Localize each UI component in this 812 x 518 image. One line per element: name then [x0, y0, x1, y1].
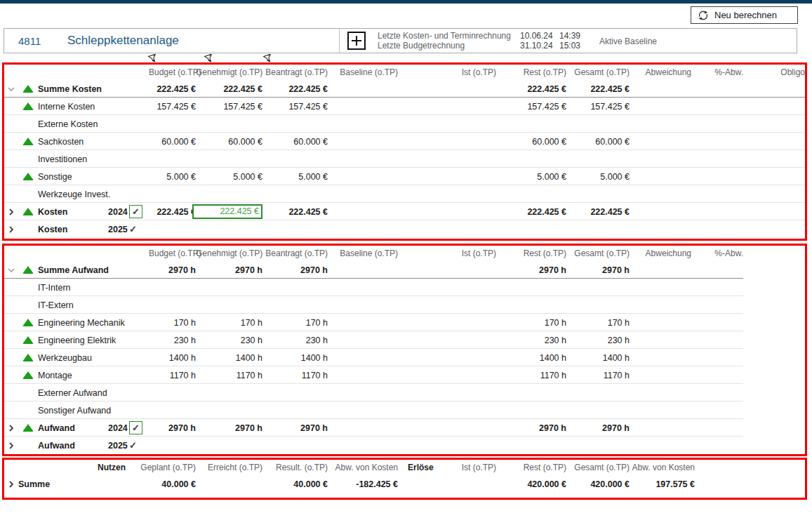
checkbox-cell: ✓: [129, 421, 149, 434]
cell-value: 222.425 €: [496, 207, 566, 217]
table-row: Sonstige5.000 €5.000 €5.000 €5.000 €5.00…: [4, 168, 805, 185]
table-row: Werkzeugbau1400 h1400 h1400 h1400 h1400 …: [4, 349, 805, 366]
cell-value: 40.000 €: [262, 479, 328, 489]
editable-approved-cell[interactable]: 222.425 €: [192, 204, 262, 219]
row-year: 2025: [108, 225, 129, 234]
last-cost-calc-time: 14:39: [559, 31, 589, 41]
active-baseline-label: Aktive Baseline: [599, 36, 657, 46]
table-row: Montage1170 h1170 h1170 h1170 h1170 h: [4, 366, 805, 384]
row-label-area: Externe Kosten: [38, 119, 149, 129]
expand-row-control[interactable]: [4, 208, 18, 215]
project-title: Schleppkettenanlage: [67, 34, 179, 48]
cell-value: 5.000 €: [149, 172, 196, 182]
cell-value: 2970 h: [196, 423, 262, 433]
recalculate-button[interactable]: Neu berechnen: [691, 6, 798, 24]
row-year: 2025: [108, 441, 129, 451]
column-header: Genehmigt (o.TP): [196, 248, 262, 258]
cell-value: 222.425 €: [566, 84, 630, 94]
cell-value: 1170 h: [262, 371, 328, 380]
header-divider: [339, 29, 340, 53]
trend-up-icon: [18, 319, 38, 326]
trend-up-triangle: [22, 102, 34, 110]
cell-value: 5.000 €: [262, 172, 328, 182]
row-label-area: Summe Aufwand: [38, 265, 149, 275]
year-checkbox[interactable]: ✓: [129, 421, 142, 434]
table-row: Externer Aufwand: [4, 384, 805, 401]
chevron-down-icon: [8, 267, 15, 273]
row-label: Aufwand: [38, 423, 108, 433]
cell-value: 420.000 €: [566, 479, 630, 489]
column-header: Gesamt (o.TP): [566, 67, 630, 77]
collapse-row-control[interactable]: [4, 267, 18, 273]
cell-value: 170 h: [196, 318, 262, 328]
row-label: Externe Kosten: [38, 119, 129, 129]
row-label: Sonstige: [38, 172, 129, 182]
table-row: IT-Extern: [4, 296, 805, 314]
table-row: Interne Kosten157.425 €157.425 €157.425 …: [4, 98, 805, 115]
chevron-down-icon: [8, 86, 15, 92]
row-year: 2024: [108, 207, 129, 217]
column-header: Budget (o.TP): [149, 67, 196, 77]
year-checkbox[interactable]: ✓: [129, 205, 142, 218]
cell-value: 60.000 €: [566, 137, 630, 147]
cell-value: 1400 h: [149, 353, 196, 363]
table-row: IT-Intern: [4, 279, 805, 296]
trend-up-triangle: [22, 319, 34, 326]
add-button[interactable]: [347, 32, 366, 50]
cell-value: 420.000 €: [496, 479, 566, 489]
cell-value: 2970 h: [196, 265, 262, 275]
collapse-row-control[interactable]: [4, 86, 18, 92]
expand-row-control[interactable]: [4, 442, 18, 449]
trend-up-triangle: [22, 371, 34, 379]
cell-value: 222.425 €: [566, 207, 630, 217]
cell-value: -182.425 €: [328, 479, 398, 489]
column-header: Abweichung: [630, 67, 691, 77]
cell-value: 1170 h: [149, 371, 196, 380]
cell-value: 2970 h: [496, 265, 566, 275]
checkbox-cell: ✓: [129, 224, 149, 234]
row-label: Montage: [38, 371, 129, 380]
row-label-area: Werkzeuge Invest.: [38, 190, 149, 199]
cell-value: 5.000 €: [196, 172, 262, 182]
row-label: Kosten: [38, 225, 108, 234]
expand-row-control[interactable]: [4, 425, 18, 432]
cell-value: 222.425 €: [496, 84, 566, 94]
cell-value: 60.000 €: [149, 137, 196, 147]
last-budget-calc-label: Letzte Budgetrechnung: [378, 41, 520, 51]
cell-value: 5.000 €: [496, 172, 566, 182]
column-header: Abweichung: [630, 248, 691, 258]
cell-value: 40.000 €: [126, 479, 196, 489]
table-row: Engineering Elektrik230 h230 h230 h230 h…: [4, 331, 805, 349]
expand-row-control[interactable]: [4, 481, 18, 488]
cell-value: 222.425 €: [196, 204, 262, 219]
cell-value: 2970 h: [149, 265, 196, 275]
cell-value: 230 h: [566, 336, 630, 345]
benefit-table: NutzenGeplant (o.TP)Erreicht (o.TP)Resul…: [2, 458, 807, 500]
column-header: Erreicht (o.TP): [196, 463, 262, 472]
expand-row-control[interactable]: [4, 226, 18, 233]
column-header: %-Abw.: [691, 67, 743, 77]
row-label: IT-Intern: [38, 283, 129, 293]
cell-value: 157.425 €: [566, 102, 630, 112]
row-label-area: IT-Extern: [38, 300, 149, 310]
cell-value: 222.425 €: [262, 207, 328, 217]
cell-value: 230 h: [262, 336, 328, 345]
trend-up-icon: [18, 173, 38, 180]
trend-up-icon: [18, 266, 38, 274]
column-header: Beantragt (o.TP): [262, 248, 328, 258]
costs-table: Budget (o.TP)Genehmigt (o.TP)Beantragt (…: [2, 62, 807, 241]
year-checkmark[interactable]: ✓: [129, 224, 137, 234]
table-row: Externe Kosten: [4, 115, 805, 133]
last-cost-calc-label: Letzte Kosten- und Terminrechnung: [378, 31, 520, 41]
row-label: Sonstiger Aufwand: [38, 406, 129, 416]
column-header: Ist (o.TP): [398, 67, 496, 77]
cell-value: 5.000 €: [566, 172, 630, 182]
last-budget-calc-date: 31.10.24: [520, 41, 559, 51]
row-label: Engineering Mechanik: [38, 318, 129, 328]
table-row: Summe Aufwand2970 h2970 h2970 h2970 h297…: [4, 261, 805, 279]
row-label-area: Kosten2025✓: [38, 224, 149, 234]
row-label-area: Sonstiger Aufwand: [38, 406, 149, 416]
cell-value: 60.000 €: [196, 137, 262, 147]
year-checkmark[interactable]: ✓: [129, 440, 137, 451]
cell-value: 2970 h: [262, 423, 328, 433]
